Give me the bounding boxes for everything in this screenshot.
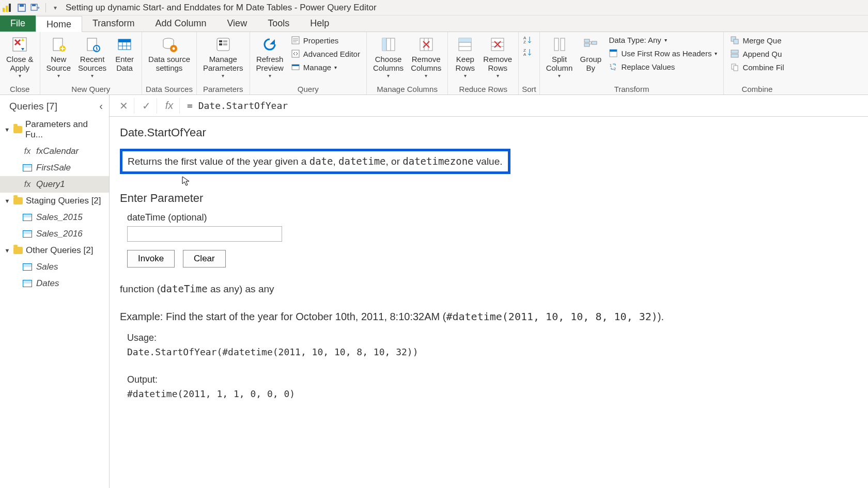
example-heading: Example: Find the start of the year for … (120, 310, 858, 323)
choose-columns-label: Choose Columns (373, 55, 404, 73)
desc-code: datetime (338, 155, 386, 167)
tab-view[interactable]: View (216, 15, 257, 32)
sort-asc-button[interactable]: AZ (522, 34, 533, 45)
save-as-icon[interactable] (29, 2, 41, 14)
query-item-label: FirstSale (36, 163, 71, 173)
query-group-label: Other Queries [2] (26, 245, 93, 256)
queries-pane: Queries [7] ‹ ▼ Parameters and Fu... fx … (0, 95, 110, 488)
recent-sources-icon (83, 35, 102, 54)
combine-files-button[interactable]: Combine Fil (727, 61, 787, 73)
svg-rect-4 (20, 4, 24, 7)
svg-rect-33 (382, 38, 386, 51)
formula-text[interactable]: = Date.StartOfYear (182, 100, 864, 111)
replace-values-button[interactable]: 12 Replace Values (606, 60, 720, 73)
query-item-query1[interactable]: fx Query1 (0, 176, 109, 193)
manage-button[interactable]: Manage ▾ (288, 61, 363, 73)
sort-asc-icon: AZ (523, 35, 532, 44)
query-item-dates[interactable]: Dates (0, 275, 109, 292)
desc-text: , or (386, 156, 403, 167)
collapse-queries-icon[interactable]: ‹ (99, 100, 103, 112)
split-column-label: Split Column (546, 55, 573, 73)
svg-text:A: A (523, 52, 526, 57)
usage-block: Usage: Date.StartOfYear(#datetime(2011, … (127, 331, 858, 401)
keep-rows-button[interactable]: Keep Rows ▾ (451, 34, 479, 80)
query-group-label: Parameters and Fu... (25, 119, 105, 140)
merge-queries-button[interactable]: Merge Que (727, 34, 787, 46)
data-type-button[interactable]: Data Type: Any ▾ (606, 34, 720, 46)
query-item-firstsale[interactable]: FirstSale (0, 160, 109, 176)
refresh-preview-button[interactable]: Refresh Preview ▾ (253, 34, 287, 80)
cancel-formula-icon[interactable]: ✕ (114, 98, 134, 114)
use-first-row-button[interactable]: Use First Row as Headers ▾ (606, 47, 720, 59)
advanced-editor-button[interactable]: Advanced Editor (288, 48, 363, 60)
append-queries-button[interactable]: Append Qu (727, 48, 787, 60)
datetime-input[interactable] (127, 226, 282, 242)
expand-icon: ▼ (4, 127, 10, 133)
accept-formula-icon[interactable]: ✓ (136, 98, 157, 114)
example-text: Example: Find the start of the year for … (120, 311, 446, 322)
tab-file[interactable]: File (0, 15, 36, 32)
combine-files-label: Combine Fil (742, 63, 784, 72)
remove-rows-button[interactable]: Remove Rows ▾ (480, 34, 515, 80)
split-column-button[interactable]: Split Column ▾ (543, 34, 576, 80)
queries-header: Queries [7] (9, 101, 57, 112)
group-by-button[interactable]: Group By (577, 34, 605, 74)
close-apply-label: Close & Apply (6, 55, 34, 73)
data-source-settings-button[interactable]: Data source settings (145, 34, 193, 74)
folder-icon (13, 126, 22, 133)
new-source-button[interactable]: New Source ▾ (43, 34, 74, 80)
invoke-button[interactable]: Invoke (127, 250, 175, 267)
recent-sources-button[interactable]: Recent Sources ▾ (75, 34, 110, 80)
sig-text: as any) as any (208, 284, 274, 294)
transform-group-label: Transform (543, 84, 721, 93)
svg-rect-64 (731, 54, 738, 57)
keep-rows-label: Keep Rows (456, 55, 475, 73)
query-item-sales2015[interactable]: Sales_2015 (0, 209, 109, 226)
sort-desc-icon: ZA (523, 48, 532, 57)
query-item-sales2016[interactable]: Sales_2016 (0, 226, 109, 242)
query-item-label: Sales (36, 262, 58, 272)
desc-code: datetimezone (402, 155, 473, 167)
properties-icon (291, 36, 300, 45)
svg-rect-53 (584, 43, 590, 46)
enter-data-button[interactable]: Enter Data (111, 34, 138, 74)
close-apply-button[interactable]: Close & Apply ▾ (3, 34, 37, 80)
tab-add-column[interactable]: Add Column (145, 15, 216, 32)
query-group-other[interactable]: ▼ Other Queries [2] (0, 242, 109, 259)
query-item-label: Sales_2015 (36, 212, 83, 223)
close-group-label: Close (3, 84, 37, 93)
query-item-fxcalendar[interactable]: fx fxCalendar (0, 143, 109, 160)
fx-icon: fx (23, 147, 32, 156)
parameters-group-label: Parameters (200, 84, 246, 93)
refresh-icon (260, 35, 279, 54)
tab-home[interactable]: Home (36, 16, 82, 32)
group-new-query: New Source ▾ Recent Sources ▾ Enter Data… (40, 32, 143, 95)
tab-transform[interactable]: Transform (82, 15, 145, 32)
manage-parameters-button[interactable]: Manage Parameters ▾ (200, 34, 246, 80)
remove-columns-label: Remove Columns (411, 55, 441, 73)
clear-button[interactable]: Clear (183, 250, 226, 267)
tab-help[interactable]: Help (300, 15, 339, 32)
folder-icon (13, 197, 23, 204)
query-item-sales[interactable]: Sales (0, 259, 109, 275)
fx-formula-icon[interactable]: fx (159, 98, 180, 114)
group-data-sources: Data source settings Data Sources (142, 32, 197, 95)
tab-tools[interactable]: Tools (257, 15, 300, 32)
group-by-icon (581, 35, 600, 54)
group-close: Close & Apply ▾ Close (0, 32, 40, 95)
new-query-group-label: New Query (43, 84, 139, 93)
combine-group-label: Combine (727, 84, 787, 93)
query-group-staging[interactable]: ▼ Staging Queries [2] (0, 193, 109, 209)
group-by-label: Group By (580, 55, 602, 73)
close-apply-icon (10, 35, 29, 54)
sort-desc-button[interactable]: ZA (522, 46, 533, 58)
qat-customize-icon[interactable]: ▾ (49, 2, 61, 14)
window-title: Setting up dynamic Start- and Enddates f… (66, 3, 377, 13)
remove-columns-button[interactable]: Remove Columns ▾ (408, 34, 444, 80)
choose-columns-button[interactable]: Choose Columns ▾ (370, 34, 407, 80)
properties-button[interactable]: Properties (288, 34, 363, 46)
append-queries-label: Append Qu (742, 50, 782, 58)
save-icon[interactable] (16, 2, 28, 14)
query-group-parameters[interactable]: ▼ Parameters and Fu... (0, 116, 109, 143)
function-name: Date.StartOfYear (120, 126, 858, 139)
